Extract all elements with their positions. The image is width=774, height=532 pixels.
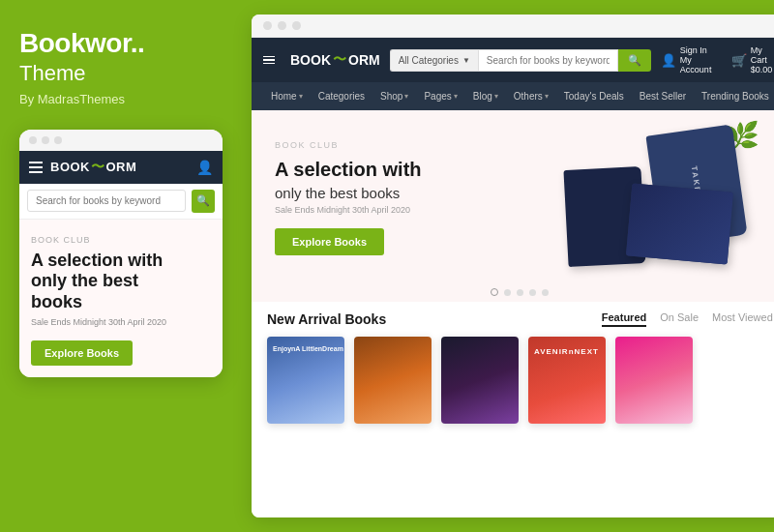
mobile-explore-button[interactable]: Explore Books: [31, 340, 133, 366]
slider-dot-5[interactable]: [542, 289, 549, 296]
desktop-dot-3: [292, 21, 301, 30]
mobile-logo-wave: 〜: [91, 159, 105, 176]
book-2: [626, 184, 733, 265]
left-panel: Bookwor.. Theme By MadrasThemes BOOK 〜 O…: [0, 0, 242, 532]
nav-trending-books[interactable]: Trending Books: [694, 82, 774, 110]
blog-arrow-icon: ▾: [494, 92, 498, 101]
hero-book-club-label: BOOK CLUB: [275, 140, 422, 150]
mobile-search-button[interactable]: 🔍: [192, 190, 215, 213]
user-account-icon: 👤: [661, 53, 676, 68]
book-cards-grid: [267, 337, 773, 424]
book-card-1[interactable]: [267, 337, 344, 424]
hamburger-desktop-icon[interactable]: [263, 56, 275, 65]
hero-sale-text: Sale Ends Midnight 30th April 2020: [275, 205, 422, 215]
mobile-dots: [19, 130, 223, 151]
nav-best-seller[interactable]: Best Seller: [632, 82, 694, 110]
mobile-dot-2: [42, 136, 49, 144]
mobile-sale-text: Sale Ends Midnight 30th April 2020: [31, 317, 211, 327]
desktop-nav: Home ▾ Categories Shop ▾ Pages ▾ Blog ▾: [252, 82, 774, 110]
book-card-4[interactable]: [528, 337, 606, 424]
book-card-2[interactable]: [354, 337, 432, 424]
cart-item[interactable]: 🛒 My Cart $0.00: [731, 45, 774, 74]
desktop-mockup: BOOK 〜 ORM All Categories ▼ 🔍 👤 Sign In …: [252, 15, 774, 517]
user-icon[interactable]: 👤: [196, 160, 213, 175]
mobile-mockup: BOOK 〜 ORM 👤 🔍 BOOK CLUB A selection wit…: [19, 130, 223, 377]
tab-most-viewed[interactable]: Most Viewed: [712, 311, 773, 327]
desktop-dot-2: [278, 21, 286, 30]
desktop-nav-right: Today's Deals Best Seller Trending Books: [556, 82, 774, 110]
category-select[interactable]: All Categories ▼: [390, 49, 478, 72]
desktop-account: 👤 Sign In My Account 🛒 My Cart $0.00: [661, 45, 774, 74]
desktop-header: BOOK 〜 ORM All Categories ▼ 🔍 👤 Sign In …: [252, 38, 774, 82]
books-section-title: New Arrival Books: [267, 311, 386, 327]
mobile-logo: BOOK 〜 ORM: [50, 159, 136, 176]
shop-arrow-icon: ▾: [404, 92, 408, 101]
mobile-nav: BOOK 〜 ORM 👤: [19, 151, 223, 184]
desktop-dot-1: [263, 21, 272, 30]
brand-by: By MadrasThemes: [19, 92, 223, 106]
hero-content: BOOK CLUB A selection with only the best…: [275, 140, 422, 255]
hero-explore-button[interactable]: Explore Books: [275, 228, 384, 255]
tab-featured[interactable]: Featured: [602, 311, 646, 327]
nav-item-pages[interactable]: Pages ▾: [416, 82, 464, 110]
mobile-hero-title: A selection with only the best books: [31, 251, 211, 313]
dropdown-arrow-icon: ▼: [462, 56, 470, 65]
mobile-dot-1: [29, 136, 37, 144]
nav-item-home[interactable]: Home ▾: [263, 82, 311, 110]
desktop-search-area: All Categories ▼ 🔍: [390, 49, 651, 72]
slider-dots: [252, 281, 774, 302]
mobile-dot-3: [54, 136, 62, 144]
desktop-logo: BOOK 〜 ORM: [290, 51, 380, 69]
desktop-search-button[interactable]: 🔍: [618, 49, 651, 72]
slider-dot-2[interactable]: [504, 289, 511, 296]
mobile-logo-text: BOOK: [50, 160, 90, 174]
account-signin[interactable]: 👤 Sign In My Account: [661, 45, 720, 74]
right-panel: BOOK 〜 ORM All Categories ▼ 🔍 👤 Sign In …: [242, 0, 774, 532]
nav-item-shop[interactable]: Shop ▾: [372, 82, 416, 110]
books-section: New Arrival Books Featured On Sale Most …: [252, 302, 774, 517]
slider-dot-active[interactable]: [491, 288, 498, 296]
brand-subtitle: Theme: [19, 61, 223, 86]
desktop-nav-left: Home ▾ Categories Shop ▾ Pages ▾ Blog ▾: [263, 82, 556, 110]
slider-dot-4[interactable]: [529, 289, 536, 296]
mobile-hero: BOOK CLUB A selection with only the best…: [19, 220, 223, 377]
cart-icon: 🛒: [731, 53, 747, 68]
mobile-book-club-label: BOOK CLUB: [31, 235, 211, 245]
mobile-logo-end: ORM: [106, 160, 137, 174]
hero-title: A selection with: [275, 158, 422, 181]
pages-arrow-icon: ▾: [454, 92, 458, 101]
books-tabs: Featured On Sale Most Viewed: [602, 311, 773, 327]
nav-item-others[interactable]: Others ▾: [506, 82, 556, 110]
desktop-logo-end: ORM: [348, 52, 380, 68]
desktop-browser-dots: [252, 15, 774, 38]
desktop-logo-text: BOOK: [290, 52, 331, 68]
mobile-nav-left: BOOK 〜 ORM: [29, 159, 136, 176]
book-card-3[interactable]: [441, 337, 519, 424]
mobile-search-bar: 🔍: [19, 184, 223, 220]
nav-todays-deals[interactable]: Today's Deals: [556, 82, 632, 110]
nav-item-blog[interactable]: Blog ▾: [465, 82, 506, 110]
nav-item-categories[interactable]: Categories: [311, 82, 372, 110]
brand-title: Bookwor..: [19, 29, 223, 59]
desktop-logo-wave: 〜: [333, 51, 346, 69]
hero-image: 🌿: [518, 130, 769, 265]
book-card-5[interactable]: [615, 337, 693, 424]
home-arrow-icon: ▾: [299, 92, 303, 101]
desktop-search-input[interactable]: [478, 49, 618, 72]
hero-section: BOOK CLUB A selection with only the best…: [252, 110, 774, 281]
others-arrow-icon: ▾: [545, 92, 549, 101]
slider-dot-3[interactable]: [517, 289, 523, 296]
hero-subtitle: only the best books: [275, 185, 422, 201]
book-stack: 🌿: [527, 120, 769, 265]
hamburger-icon[interactable]: [29, 162, 43, 173]
mobile-search-input[interactable]: [27, 190, 186, 212]
tab-on-sale[interactable]: On Sale: [660, 311, 699, 327]
books-header: New Arrival Books Featured On Sale Most …: [267, 311, 773, 327]
